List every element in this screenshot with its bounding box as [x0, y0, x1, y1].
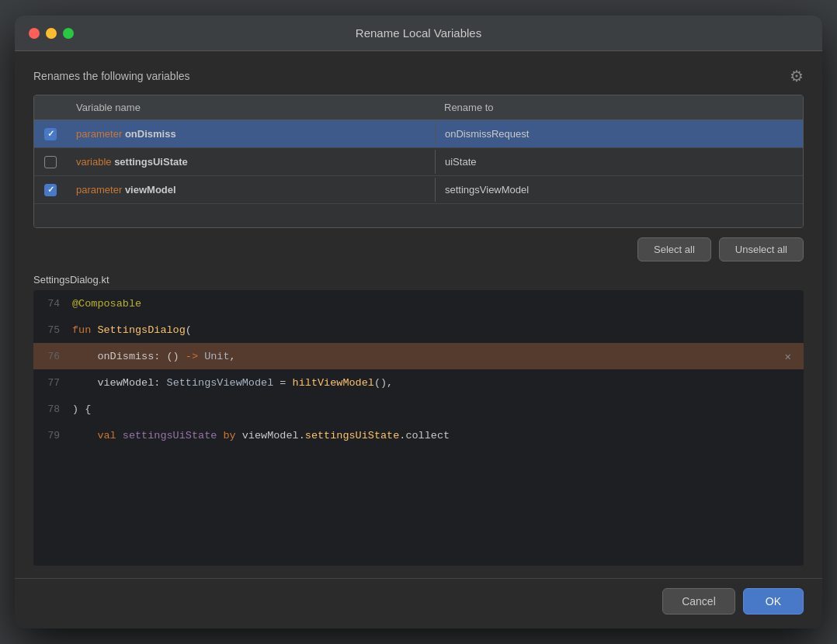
code-line-75: 75 fun SettingsDialog( [33, 317, 804, 343]
paren-open: ( [186, 324, 192, 336]
vm-ref: viewModel. [242, 430, 305, 441]
code-line-79: 79 val settingsUiState by viewModel.sett… [33, 422, 804, 448]
rename-value-3: settingsViewModel [445, 184, 529, 196]
table-row: variable settingsUiState uiState [34, 148, 803, 176]
title-bar: Rename Local Variables [15, 16, 822, 51]
col-variable-name: Variable name [67, 95, 435, 119]
col-rename-to: Rename to [435, 95, 803, 119]
dialog-content: Renames the following variables ⚙ Variab… [15, 51, 822, 578]
close-highlight-icon[interactable]: ✕ [785, 350, 791, 363]
fn-name: SettingsDialog [97, 324, 185, 336]
line-content-79: val settingsUiState by viewModel.setting… [72, 428, 804, 443]
val-kw: val [97, 430, 122, 441]
vm-param: viewModel: [97, 377, 166, 389]
rename-value-2: uiState [445, 156, 476, 168]
line-content-76: onDismiss: () -> Unit, [72, 349, 804, 364]
line-num-79: 79 [33, 430, 72, 441]
row-checkbox-2[interactable] [44, 156, 57, 168]
table-header: Variable name Rename to [34, 95, 803, 120]
variables-table: Variable name Rename to parameter onDism… [33, 95, 804, 228]
maximize-button[interactable] [63, 28, 74, 39]
rename-cell-3: settingsViewModel [435, 178, 803, 202]
minimize-button[interactable] [46, 28, 57, 39]
rename-cell-2: uiState [435, 150, 803, 174]
line-num-77: 77 [33, 377, 72, 389]
selection-buttons: Select all Unselect all [33, 237, 804, 261]
close-paren78: ) { [72, 403, 91, 415]
cancel-button[interactable]: Cancel [662, 588, 735, 615]
gear-icon[interactable]: ⚙ [790, 67, 804, 85]
close-button[interactable] [29, 28, 40, 39]
collect-suffix: .collect [399, 430, 450, 441]
arrow: -> [186, 351, 204, 362]
eq77: = [273, 377, 292, 389]
ondismiss-param: onDismiss: () [97, 351, 185, 362]
var-name-cell-2: variable settingsUiState [67, 150, 435, 174]
settings-var: settingsUiState [123, 430, 217, 441]
checkbox-cell-3 [34, 181, 67, 199]
code-line-77: 77 viewModel: SettingsViewModel = hiltVi… [33, 369, 804, 396]
dialog-footer: Cancel OK [15, 578, 822, 628]
by-kw: by [223, 430, 241, 441]
rename-value-1: onDismissRequest [445, 128, 529, 140]
vm-type: SettingsViewModel [167, 377, 274, 389]
dialog-title: Rename Local Variables [356, 26, 481, 40]
row-checkbox-1[interactable] [44, 128, 57, 140]
checkbox-cell-1 [34, 125, 67, 144]
hilt-parens: (), [374, 377, 393, 389]
section-header: Renames the following variables ⚙ [33, 67, 804, 85]
row-checkbox-3[interactable] [44, 184, 57, 196]
line-num-78: 78 [33, 403, 72, 415]
annotation-composable: @Composable [72, 298, 141, 310]
line-content-78: ) { [72, 402, 804, 417]
ok-button[interactable]: OK [743, 588, 804, 615]
comma76: , [230, 351, 236, 362]
line-content-77: viewModel: SettingsViewModel = hiltViewM… [72, 376, 804, 390]
hilt-fn: hiltViewModel [293, 377, 374, 389]
line-content-75: fun SettingsDialog( [72, 323, 804, 338]
code-line-76: 76 onDismiss: () -> Unit, ✕ [33, 343, 804, 369]
table-empty-row [34, 204, 803, 227]
section-label: Renames the following variables [33, 70, 190, 82]
col-checkbox [34, 95, 67, 119]
select-all-button[interactable]: Select all [637, 237, 711, 261]
collect-method: settingsUiState [305, 430, 400, 441]
file-label: SettingsDialog.kt [33, 274, 804, 286]
rename-dialog: Rename Local Variables Renames the follo… [15, 16, 822, 628]
line-num-74: 74 [33, 298, 72, 310]
var-bold-name-1: onDismiss [125, 128, 176, 140]
line-num-75: 75 [33, 324, 72, 336]
traffic-lights [29, 28, 74, 39]
var-bold-name-2: settingsUiState [114, 156, 188, 168]
var-name-cell-3: parameter viewModel [67, 178, 435, 202]
code-line-74: 74 @Composable [33, 290, 804, 317]
line-num-76: 76 [33, 351, 72, 362]
code-line-78: 78 ) { [33, 396, 804, 422]
kw-fun: fun [72, 324, 97, 336]
code-block: 74 @Composable 75 fun SettingsDialog( 76… [33, 290, 804, 566]
table-row: parameter viewModel settingsViewModel [34, 176, 803, 204]
unit-type: Unit [204, 351, 229, 362]
var-keyword-1: parameter [76, 128, 125, 140]
unselect-all-button[interactable]: Unselect all [719, 237, 804, 261]
rename-cell-1: onDismissRequest [435, 122, 803, 146]
var-name-cell-1: parameter onDismiss [67, 122, 435, 146]
var-bold-name-3: viewModel [125, 184, 176, 196]
table-row: parameter onDismiss onDismissRequest [34, 120, 803, 148]
var-keyword-2: variable [76, 156, 114, 168]
checkbox-cell-2 [34, 153, 67, 171]
line-content-74: @Composable [72, 296, 804, 311]
var-keyword-3: parameter [76, 184, 125, 196]
